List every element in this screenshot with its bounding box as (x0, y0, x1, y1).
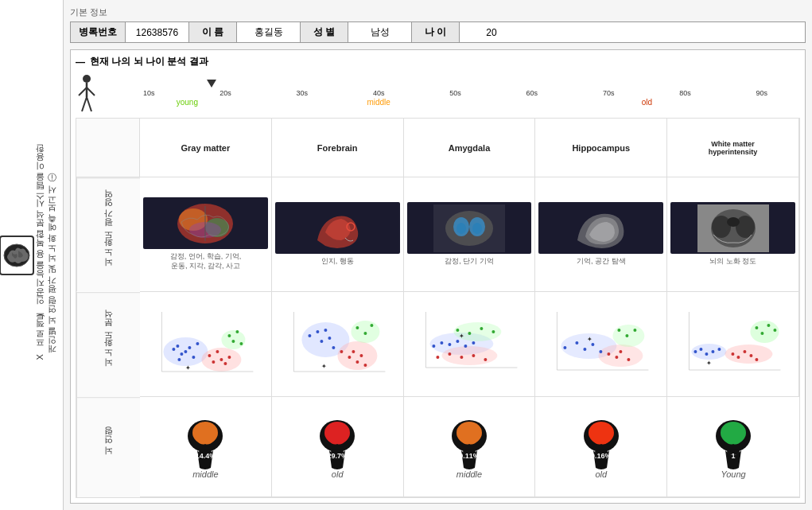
cell-graymatter-scatter: ✦ (140, 292, 272, 397)
svg-rect-115 (682, 308, 785, 380)
svg-point-65 (355, 360, 359, 364)
svg-point-19 (457, 223, 466, 234)
svg-point-20 (472, 223, 482, 234)
svg-point-47 (235, 330, 239, 333)
age-80s: 80s (647, 89, 723, 97)
svg-point-86 (460, 356, 463, 359)
age-10s: 10s (111, 89, 187, 97)
svg-point-39 (208, 354, 211, 357)
age-pct-hippocampus: 0.16% (591, 452, 612, 460)
svg-point-102 (584, 348, 587, 351)
svg-point-129 (756, 326, 759, 329)
svg-point-88 (484, 358, 487, 361)
scatter-graymatter: ✦ (142, 308, 270, 380)
svg-point-64 (352, 350, 355, 353)
scatter-forebrain: ✦ (274, 308, 402, 380)
svg-point-83 (472, 341, 475, 345)
col-title-wmh: White matterhyperintensity (707, 137, 760, 159)
svg-point-101 (576, 341, 579, 345)
svg-point-69 (363, 332, 367, 335)
cell-graymatter-image: 감정, 언어, 학습, 기억,운동, 지각, 감각, 사고 (140, 177, 272, 291)
svg-point-24 (712, 216, 731, 238)
field-value-age: 20 (460, 22, 523, 42)
svg-point-46 (231, 340, 235, 343)
svg-point-66 (359, 354, 363, 357)
age-cat-hippocampus: old (595, 469, 607, 479)
corner-cell (76, 119, 140, 177)
svg-point-60 (324, 329, 327, 332)
col-title-amygdala: Amygdala (447, 140, 492, 156)
age-20s: 20s (187, 89, 263, 97)
panel-title: 현재 나의 뇌 나이 분석 결과 (76, 55, 800, 68)
svg-point-122 (712, 350, 715, 353)
col-title-graymatter: Gray matter (180, 140, 232, 156)
brain-silhouette-graymatter (177, 414, 233, 469)
svg-point-78 (432, 345, 435, 348)
scatter-amygdala: ✦ (406, 308, 534, 380)
subtext-amygdala: 감정, 단기 기억 (445, 257, 494, 267)
col-header-hippocampus: Hippocampus (535, 119, 667, 177)
subtext-graymatter: 감정, 언어, 학습, 기억,운동, 지각, 감각, 사고 (170, 252, 242, 271)
svg-point-92 (491, 330, 495, 333)
age-cat-wmh: Young (721, 469, 745, 479)
field-label-gender: 성 별 (301, 22, 348, 42)
brain-icon (1, 239, 33, 271)
svg-point-89 (456, 329, 459, 332)
field-label-age: 나 이 (412, 22, 460, 42)
svg-point-42 (220, 358, 223, 361)
svg-point-91 (480, 327, 483, 330)
data-grid: Gray matter Forebrain Amygdala Hippocamp… (76, 118, 800, 498)
svg-point-76 (441, 346, 497, 365)
category-middle: middle (264, 98, 494, 107)
svg-point-1 (83, 75, 91, 83)
age-pct-amygdala: 0.11% (459, 452, 480, 460)
svg-line-4 (87, 88, 95, 95)
age-cat-graymatter: middle (192, 469, 218, 479)
svg-point-103 (592, 343, 595, 346)
cell-wmh-age: 1 Young (667, 397, 799, 497)
svg-point-63 (348, 356, 351, 359)
svg-point-33 (180, 352, 183, 356)
age-marker (207, 80, 216, 88)
svg-line-3 (79, 88, 87, 95)
svg-point-59 (328, 337, 331, 340)
age-scale-row: 10s 20s 30s 40s 50s 60s 70s 80s 90s youn… (76, 73, 800, 113)
svg-point-90 (468, 332, 471, 335)
svg-point-109 (618, 329, 621, 332)
svg-point-125 (737, 356, 740, 359)
age-labels: 10s 20s 30s 40s 50s 60s 70s 80s 90s (111, 89, 800, 97)
svg-point-40 (212, 360, 215, 364)
brain-img-amygdala (407, 202, 532, 254)
svg-point-128 (756, 358, 759, 361)
svg-text:✦: ✦ (185, 364, 191, 372)
svg-point-120 (700, 348, 703, 351)
svg-text:✦: ✦ (707, 360, 713, 367)
svg-point-80 (448, 343, 451, 346)
cell-forebrain-age: 29.7% old (272, 397, 404, 497)
svg-point-36 (192, 356, 195, 359)
svg-point-25 (736, 216, 755, 238)
age-40s: 40s (340, 89, 417, 97)
subtext-forebrain: 인지, 행동 (321, 257, 354, 267)
svg-point-54 (337, 341, 377, 370)
svg-point-26 (727, 217, 740, 227)
analysis-panel: 현재 나의 뇌 나이 분석 결과 (70, 49, 806, 504)
svg-point-118 (751, 321, 779, 343)
age-60s: 60s (494, 89, 570, 97)
subtext-wmh: 뇌의 노화 정도 (709, 257, 756, 267)
svg-point-110 (626, 334, 629, 337)
svg-point-108 (627, 358, 631, 361)
cell-hippocampus-age: 0.16% old (535, 397, 667, 497)
svg-point-57 (316, 330, 319, 333)
age-pct-forebrain: 29.7% (327, 452, 348, 460)
svg-point-104 (600, 350, 603, 353)
svg-point-70 (370, 324, 373, 327)
svg-point-123 (718, 348, 721, 351)
scatter-hippocampus: ✦ (537, 308, 665, 380)
cell-amygdala-scatter: ✦ (404, 292, 536, 397)
svg-point-32 (176, 345, 179, 348)
svg-point-34 (184, 350, 187, 353)
cell-hippocampus-scatter: ✦ (535, 292, 667, 397)
svg-point-56 (308, 334, 311, 337)
svg-point-81 (456, 340, 459, 343)
